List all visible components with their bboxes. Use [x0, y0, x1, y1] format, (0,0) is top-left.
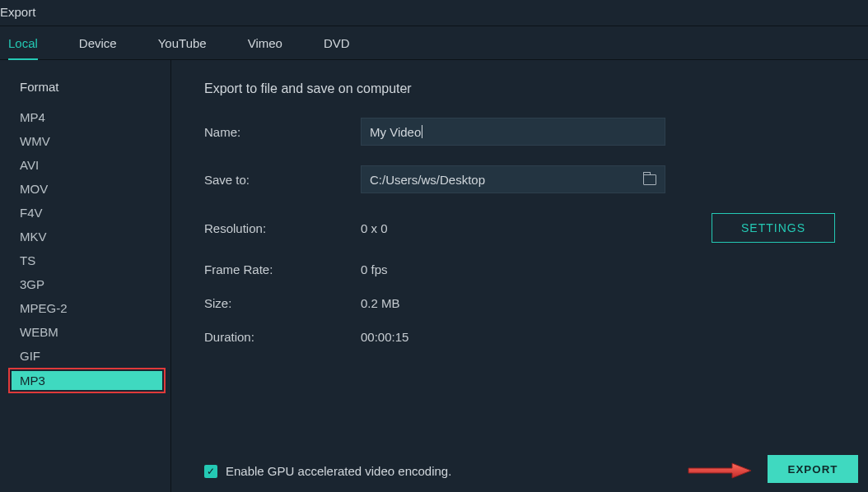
- resolution-label: Resolution:: [204, 221, 361, 235]
- window-title: Export: [0, 0, 868, 26]
- name-value: My Video: [370, 125, 421, 139]
- size-value: 0.2 MB: [361, 296, 400, 310]
- gpu-checkbox[interactable]: ✓: [204, 465, 217, 478]
- format-item-f4v[interactable]: F4V: [0, 201, 170, 225]
- panel-heading: Export to file and save on computer: [204, 81, 835, 96]
- tab-youtube[interactable]: YouTube: [158, 36, 207, 59]
- duration-value: 00:00:15: [361, 330, 408, 344]
- saveto-label: Save to:: [204, 173, 361, 187]
- text-caret: [422, 125, 422, 138]
- format-item-wmv[interactable]: WMV: [0, 129, 170, 153]
- tab-device[interactable]: Device: [79, 36, 117, 59]
- export-settings-panel: Export to file and save on computer Name…: [171, 60, 868, 492]
- framerate-label: Frame Rate:: [204, 262, 361, 276]
- format-item-mov[interactable]: MOV: [0, 177, 170, 201]
- format-item-mp3-label: MP3: [12, 371, 162, 390]
- tab-dvd[interactable]: DVD: [324, 36, 350, 59]
- duration-label: Duration:: [204, 330, 361, 344]
- saveto-input[interactable]: C:/Users/ws/Desktop: [361, 165, 665, 193]
- gpu-checkbox-label: Enable GPU accelerated video encoding.: [226, 464, 451, 478]
- resolution-value: 0 x 0: [361, 221, 388, 235]
- format-item-mpeg2[interactable]: MPEG-2: [0, 296, 170, 320]
- format-item-ts[interactable]: TS: [0, 248, 170, 272]
- format-item-mp3[interactable]: MP3: [0, 368, 170, 393]
- format-list: MP4 WMV AVI MOV F4V MKV TS 3GP MPEG-2 WE…: [0, 105, 170, 393]
- saveto-value: C:/Users/ws/Desktop: [370, 173, 485, 187]
- format-item-mp4[interactable]: MP4: [0, 105, 170, 129]
- format-item-avi[interactable]: AVI: [0, 153, 170, 177]
- tab-local[interactable]: Local: [8, 36, 38, 60]
- format-item-webm[interactable]: WEBM: [0, 320, 170, 344]
- name-label: Name:: [204, 125, 361, 139]
- format-heading: Format: [0, 80, 170, 105]
- format-sidebar: Format MP4 WMV AVI MOV F4V MKV TS 3GP MP…: [0, 60, 171, 492]
- framerate-value: 0 fps: [361, 262, 388, 276]
- export-tabs: Local Device YouTube Vimeo DVD: [0, 26, 868, 60]
- settings-button[interactable]: SETTINGS: [712, 213, 835, 243]
- format-item-3gp[interactable]: 3GP: [0, 272, 170, 296]
- format-item-mkv[interactable]: MKV: [0, 225, 170, 248]
- name-input[interactable]: My Video: [361, 118, 665, 146]
- tab-vimeo[interactable]: Vimeo: [248, 36, 282, 59]
- size-label: Size:: [204, 296, 361, 310]
- export-button[interactable]: EXPORT: [768, 455, 858, 483]
- format-item-gif[interactable]: GIF: [0, 344, 170, 368]
- folder-icon[interactable]: [643, 174, 656, 185]
